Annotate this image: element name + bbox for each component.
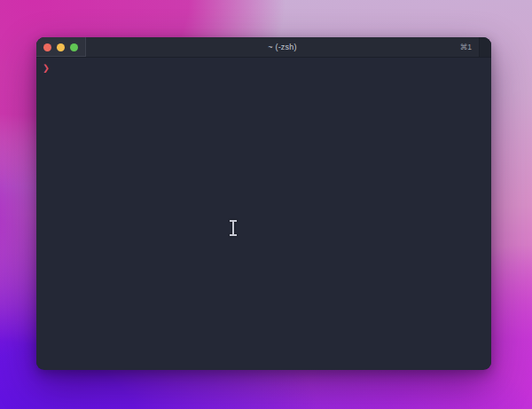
window-controls [36,37,86,57]
zoom-button[interactable] [70,43,78,51]
terminal-content[interactable]: ❯ [36,58,491,369]
tab-shortcut-badge: ⌘1 [460,37,472,57]
prompt-line: ❯ [43,61,485,75]
tab-zsh[interactable]: ~ (-zsh) ⌘1 [86,37,479,57]
shell-prompt-icon: ❯ [43,61,50,75]
close-button[interactable] [43,43,51,51]
tab-bar-spacer [479,37,491,57]
ibeam-cursor-icon [229,220,238,236]
tab-bar[interactable]: ~ (-zsh) ⌘1 [36,37,491,58]
tab-title: ~ (-zsh) [86,43,479,51]
desktop-wallpaper: ~ (-zsh) ⌘1 ❯ [0,0,532,409]
minimize-button[interactable] [57,43,65,51]
terminal-window: ~ (-zsh) ⌘1 ❯ [36,37,491,370]
